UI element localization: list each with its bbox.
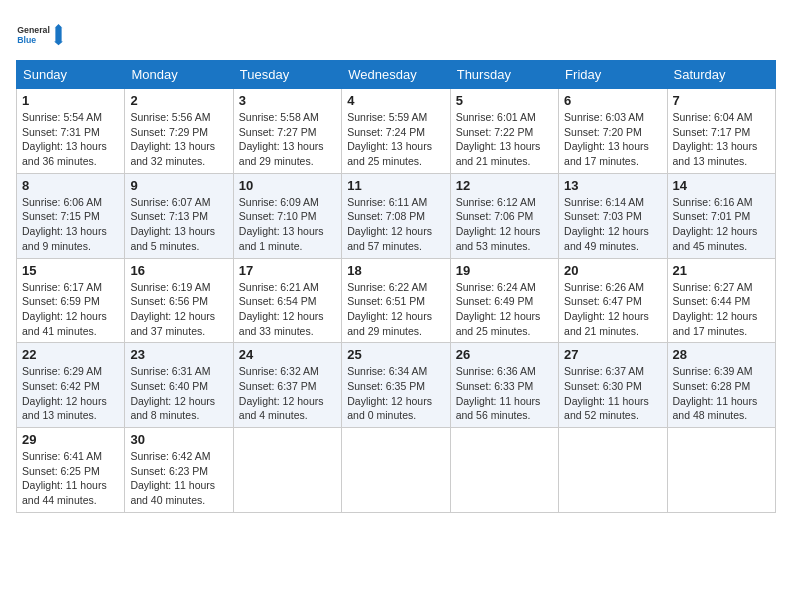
calendar-cell: 9Sunrise: 6:07 AMSunset: 7:13 PMDaylight… [125,173,233,258]
column-header-sunday: Sunday [17,61,125,89]
calendar-cell: 16Sunrise: 6:19 AMSunset: 6:56 PMDayligh… [125,258,233,343]
column-header-tuesday: Tuesday [233,61,341,89]
day-info: Sunrise: 6:26 AMSunset: 6:47 PMDaylight:… [564,280,661,339]
calendar-cell: 6Sunrise: 6:03 AMSunset: 7:20 PMDaylight… [559,89,667,174]
logo-icon: GeneralBlue [16,16,66,52]
day-number: 19 [456,263,553,278]
day-info: Sunrise: 6:16 AMSunset: 7:01 PMDaylight:… [673,195,770,254]
day-number: 14 [673,178,770,193]
calendar-cell: 4Sunrise: 5:59 AMSunset: 7:24 PMDaylight… [342,89,450,174]
calendar-cell: 28Sunrise: 6:39 AMSunset: 6:28 PMDayligh… [667,343,775,428]
day-number: 26 [456,347,553,362]
day-number: 20 [564,263,661,278]
column-header-wednesday: Wednesday [342,61,450,89]
day-info: Sunrise: 5:54 AMSunset: 7:31 PMDaylight:… [22,110,119,169]
calendar-cell [559,428,667,513]
calendar-cell: 17Sunrise: 6:21 AMSunset: 6:54 PMDayligh… [233,258,341,343]
calendar-cell: 11Sunrise: 6:11 AMSunset: 7:08 PMDayligh… [342,173,450,258]
calendar-cell: 26Sunrise: 6:36 AMSunset: 6:33 PMDayligh… [450,343,558,428]
day-info: Sunrise: 5:59 AMSunset: 7:24 PMDaylight:… [347,110,444,169]
calendar-cell [667,428,775,513]
day-info: Sunrise: 6:41 AMSunset: 6:25 PMDaylight:… [22,449,119,508]
calendar-cell: 30Sunrise: 6:42 AMSunset: 6:23 PMDayligh… [125,428,233,513]
calendar-cell: 21Sunrise: 6:27 AMSunset: 6:44 PMDayligh… [667,258,775,343]
day-number: 27 [564,347,661,362]
day-info: Sunrise: 5:56 AMSunset: 7:29 PMDaylight:… [130,110,227,169]
day-number: 15 [22,263,119,278]
calendar-week-5: 29Sunrise: 6:41 AMSunset: 6:25 PMDayligh… [17,428,776,513]
day-info: Sunrise: 6:06 AMSunset: 7:15 PMDaylight:… [22,195,119,254]
day-number: 1 [22,93,119,108]
calendar-week-1: 1Sunrise: 5:54 AMSunset: 7:31 PMDaylight… [17,89,776,174]
calendar-cell [342,428,450,513]
day-info: Sunrise: 6:31 AMSunset: 6:40 PMDaylight:… [130,364,227,423]
day-info: Sunrise: 6:36 AMSunset: 6:33 PMDaylight:… [456,364,553,423]
day-info: Sunrise: 6:42 AMSunset: 6:23 PMDaylight:… [130,449,227,508]
day-info: Sunrise: 6:19 AMSunset: 6:56 PMDaylight:… [130,280,227,339]
calendar-week-3: 15Sunrise: 6:17 AMSunset: 6:59 PMDayligh… [17,258,776,343]
day-number: 24 [239,347,336,362]
calendar-cell: 18Sunrise: 6:22 AMSunset: 6:51 PMDayligh… [342,258,450,343]
day-number: 3 [239,93,336,108]
calendar-cell: 1Sunrise: 5:54 AMSunset: 7:31 PMDaylight… [17,89,125,174]
day-number: 18 [347,263,444,278]
day-number: 17 [239,263,336,278]
day-info: Sunrise: 6:17 AMSunset: 6:59 PMDaylight:… [22,280,119,339]
day-number: 10 [239,178,336,193]
calendar-cell: 20Sunrise: 6:26 AMSunset: 6:47 PMDayligh… [559,258,667,343]
column-header-monday: Monday [125,61,233,89]
day-number: 11 [347,178,444,193]
day-number: 30 [130,432,227,447]
svg-text:General: General [17,25,50,35]
calendar-cell: 5Sunrise: 6:01 AMSunset: 7:22 PMDaylight… [450,89,558,174]
day-info: Sunrise: 6:37 AMSunset: 6:30 PMDaylight:… [564,364,661,423]
day-number: 8 [22,178,119,193]
column-header-thursday: Thursday [450,61,558,89]
calendar-cell: 23Sunrise: 6:31 AMSunset: 6:40 PMDayligh… [125,343,233,428]
day-info: Sunrise: 6:01 AMSunset: 7:22 PMDaylight:… [456,110,553,169]
day-number: 28 [673,347,770,362]
day-info: Sunrise: 6:03 AMSunset: 7:20 PMDaylight:… [564,110,661,169]
day-info: Sunrise: 6:39 AMSunset: 6:28 PMDaylight:… [673,364,770,423]
day-info: Sunrise: 6:22 AMSunset: 6:51 PMDaylight:… [347,280,444,339]
day-number: 5 [456,93,553,108]
calendar-week-4: 22Sunrise: 6:29 AMSunset: 6:42 PMDayligh… [17,343,776,428]
calendar-cell: 8Sunrise: 6:06 AMSunset: 7:15 PMDaylight… [17,173,125,258]
day-info: Sunrise: 6:11 AMSunset: 7:08 PMDaylight:… [347,195,444,254]
day-info: Sunrise: 5:58 AMSunset: 7:27 PMDaylight:… [239,110,336,169]
calendar-cell: 29Sunrise: 6:41 AMSunset: 6:25 PMDayligh… [17,428,125,513]
calendar-cell: 2Sunrise: 5:56 AMSunset: 7:29 PMDaylight… [125,89,233,174]
day-number: 21 [673,263,770,278]
day-info: Sunrise: 6:12 AMSunset: 7:06 PMDaylight:… [456,195,553,254]
calendar-cell [233,428,341,513]
day-info: Sunrise: 6:04 AMSunset: 7:17 PMDaylight:… [673,110,770,169]
day-number: 25 [347,347,444,362]
column-header-saturday: Saturday [667,61,775,89]
calendar-header-row: SundayMondayTuesdayWednesdayThursdayFrid… [17,61,776,89]
day-number: 23 [130,347,227,362]
calendar-cell: 7Sunrise: 6:04 AMSunset: 7:17 PMDaylight… [667,89,775,174]
day-number: 22 [22,347,119,362]
day-number: 7 [673,93,770,108]
day-number: 29 [22,432,119,447]
calendar-cell: 15Sunrise: 6:17 AMSunset: 6:59 PMDayligh… [17,258,125,343]
day-info: Sunrise: 6:32 AMSunset: 6:37 PMDaylight:… [239,364,336,423]
day-info: Sunrise: 6:29 AMSunset: 6:42 PMDaylight:… [22,364,119,423]
calendar-cell: 14Sunrise: 6:16 AMSunset: 7:01 PMDayligh… [667,173,775,258]
calendar-cell: 13Sunrise: 6:14 AMSunset: 7:03 PMDayligh… [559,173,667,258]
calendar-cell [450,428,558,513]
logo: GeneralBlue [16,16,66,52]
calendar-cell: 24Sunrise: 6:32 AMSunset: 6:37 PMDayligh… [233,343,341,428]
day-number: 4 [347,93,444,108]
day-info: Sunrise: 6:27 AMSunset: 6:44 PMDaylight:… [673,280,770,339]
calendar-table: SundayMondayTuesdayWednesdayThursdayFrid… [16,60,776,513]
page-header: GeneralBlue [16,16,776,52]
day-number: 9 [130,178,227,193]
day-info: Sunrise: 6:34 AMSunset: 6:35 PMDaylight:… [347,364,444,423]
day-info: Sunrise: 6:21 AMSunset: 6:54 PMDaylight:… [239,280,336,339]
day-info: Sunrise: 6:07 AMSunset: 7:13 PMDaylight:… [130,195,227,254]
calendar-cell: 22Sunrise: 6:29 AMSunset: 6:42 PMDayligh… [17,343,125,428]
column-header-friday: Friday [559,61,667,89]
calendar-cell: 19Sunrise: 6:24 AMSunset: 6:49 PMDayligh… [450,258,558,343]
day-info: Sunrise: 6:09 AMSunset: 7:10 PMDaylight:… [239,195,336,254]
